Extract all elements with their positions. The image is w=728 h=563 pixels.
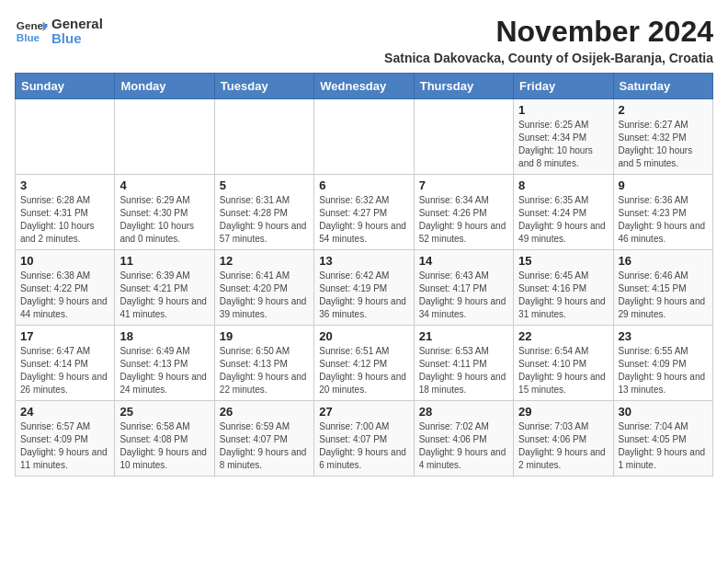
subtitle: Satnica Dakovacka, County of Osijek-Bara…	[384, 51, 713, 65]
column-header-monday: Monday	[115, 74, 214, 99]
main-title: November 2024	[384, 15, 713, 49]
day-info: Sunrise: 6:38 AM Sunset: 4:22 PM Dayligh…	[20, 270, 109, 321]
day-number: 19	[220, 329, 309, 343]
column-header-tuesday: Tuesday	[214, 74, 313, 99]
calendar-week-3: 17Sunrise: 6:47 AM Sunset: 4:14 PM Dayli…	[16, 326, 713, 401]
header-row: SundayMondayTuesdayWednesdayThursdayFrid…	[16, 74, 713, 99]
day-number: 25	[119, 405, 209, 419]
day-number: 22	[518, 329, 608, 343]
day-info: Sunrise: 6:49 AM Sunset: 4:13 PM Dayligh…	[119, 345, 209, 396]
column-header-thursday: Thursday	[414, 74, 513, 99]
column-header-saturday: Saturday	[613, 74, 712, 99]
day-number: 26	[220, 405, 309, 419]
day-info: Sunrise: 6:29 AM Sunset: 4:30 PM Dayligh…	[119, 194, 209, 246]
calendar-cell: 30Sunrise: 7:04 AM Sunset: 4:05 PM Dayli…	[613, 401, 712, 477]
day-number: 6	[319, 178, 408, 192]
calendar-cell: 22Sunrise: 6:54 AM Sunset: 4:10 PM Dayli…	[514, 326, 613, 401]
day-info: Sunrise: 7:00 AM Sunset: 4:07 PM Dayligh…	[319, 420, 408, 472]
day-number: 3	[20, 178, 109, 192]
day-info: Sunrise: 6:50 AM Sunset: 4:13 PM Dayligh…	[220, 345, 309, 396]
day-number: 2	[619, 103, 708, 117]
calendar-cell: 7Sunrise: 6:34 AM Sunset: 4:26 PM Daylig…	[414, 175, 513, 250]
calendar-cell: 5Sunrise: 6:31 AM Sunset: 4:28 PM Daylig…	[214, 175, 313, 250]
title-block: November 2024 Satnica Dakovacka, County …	[384, 15, 713, 65]
calendar-cell: 9Sunrise: 6:36 AM Sunset: 4:23 PM Daylig…	[613, 175, 712, 250]
calendar-cell: 14Sunrise: 6:43 AM Sunset: 4:17 PM Dayli…	[414, 250, 513, 326]
day-info: Sunrise: 6:32 AM Sunset: 4:27 PM Dayligh…	[319, 194, 408, 246]
day-number: 21	[419, 329, 508, 343]
day-number: 5	[220, 178, 309, 192]
calendar-cell: 8Sunrise: 6:35 AM Sunset: 4:24 PM Daylig…	[514, 175, 613, 250]
calendar-cell: 21Sunrise: 6:53 AM Sunset: 4:11 PM Dayli…	[414, 326, 513, 401]
day-number: 17	[20, 329, 109, 343]
calendar-cell	[314, 99, 414, 175]
logo: General Blue General Blue	[15, 15, 103, 48]
day-number: 9	[619, 178, 708, 192]
day-number: 15	[518, 254, 608, 268]
calendar-cell	[214, 99, 313, 175]
calendar-cell: 4Sunrise: 6:29 AM Sunset: 4:30 PM Daylig…	[115, 175, 214, 250]
column-header-wednesday: Wednesday	[314, 74, 414, 99]
calendar-cell: 28Sunrise: 7:02 AM Sunset: 4:06 PM Dayli…	[414, 401, 513, 477]
day-info: Sunrise: 6:41 AM Sunset: 4:20 PM Dayligh…	[220, 270, 309, 321]
day-number: 12	[220, 254, 309, 268]
day-info: Sunrise: 6:57 AM Sunset: 4:09 PM Dayligh…	[20, 420, 109, 472]
day-number: 8	[518, 178, 608, 192]
calendar-cell: 18Sunrise: 6:49 AM Sunset: 4:13 PM Dayli…	[115, 326, 214, 401]
calendar-body: 1Sunrise: 6:25 AM Sunset: 4:34 PM Daylig…	[16, 99, 713, 477]
day-info: Sunrise: 6:27 AM Sunset: 4:32 PM Dayligh…	[619, 119, 708, 170]
calendar-header: SundayMondayTuesdayWednesdayThursdayFrid…	[16, 74, 713, 99]
calendar-cell: 11Sunrise: 6:39 AM Sunset: 4:21 PM Dayli…	[115, 250, 214, 326]
day-info: Sunrise: 6:43 AM Sunset: 4:17 PM Dayligh…	[419, 270, 508, 321]
day-info: Sunrise: 6:35 AM Sunset: 4:24 PM Dayligh…	[518, 194, 608, 246]
calendar-cell: 15Sunrise: 6:45 AM Sunset: 4:16 PM Dayli…	[514, 250, 613, 326]
calendar-cell: 16Sunrise: 6:46 AM Sunset: 4:15 PM Dayli…	[613, 250, 712, 326]
calendar-week-4: 24Sunrise: 6:57 AM Sunset: 4:09 PM Dayli…	[16, 401, 713, 477]
calendar-cell: 1Sunrise: 6:25 AM Sunset: 4:34 PM Daylig…	[514, 99, 613, 175]
calendar-week-1: 3Sunrise: 6:28 AM Sunset: 4:31 PM Daylig…	[16, 175, 713, 250]
calendar-week-2: 10Sunrise: 6:38 AM Sunset: 4:22 PM Dayli…	[16, 250, 713, 326]
logo-icon: General Blue	[15, 15, 48, 48]
calendar-cell: 20Sunrise: 6:51 AM Sunset: 4:12 PM Dayli…	[314, 326, 414, 401]
calendar-cell: 6Sunrise: 6:32 AM Sunset: 4:27 PM Daylig…	[314, 175, 414, 250]
column-header-friday: Friday	[514, 74, 613, 99]
calendar-cell: 10Sunrise: 6:38 AM Sunset: 4:22 PM Dayli…	[16, 250, 115, 326]
calendar-cell: 25Sunrise: 6:58 AM Sunset: 4:08 PM Dayli…	[115, 401, 214, 477]
day-number: 1	[518, 103, 608, 117]
calendar-table: SundayMondayTuesdayWednesdayThursdayFrid…	[15, 73, 713, 477]
day-number: 23	[619, 329, 708, 343]
day-info: Sunrise: 6:59 AM Sunset: 4:07 PM Dayligh…	[220, 420, 309, 472]
page-header: General Blue General Blue November 2024 …	[15, 15, 713, 65]
day-number: 27	[319, 405, 408, 419]
day-number: 10	[20, 254, 109, 268]
day-number: 24	[20, 405, 109, 419]
day-info: Sunrise: 6:34 AM Sunset: 4:26 PM Dayligh…	[419, 194, 508, 246]
calendar-cell	[414, 99, 513, 175]
day-number: 14	[419, 254, 508, 268]
calendar-cell: 12Sunrise: 6:41 AM Sunset: 4:20 PM Dayli…	[214, 250, 313, 326]
day-info: Sunrise: 6:51 AM Sunset: 4:12 PM Dayligh…	[319, 345, 408, 396]
column-header-sunday: Sunday	[16, 74, 115, 99]
svg-text:Blue: Blue	[17, 31, 40, 43]
day-number: 30	[619, 405, 708, 419]
day-info: Sunrise: 6:28 AM Sunset: 4:31 PM Dayligh…	[20, 194, 109, 246]
day-info: Sunrise: 6:36 AM Sunset: 4:23 PM Dayligh…	[619, 194, 708, 246]
calendar-cell	[115, 99, 214, 175]
day-info: Sunrise: 6:47 AM Sunset: 4:14 PM Dayligh…	[20, 345, 109, 396]
day-info: Sunrise: 6:55 AM Sunset: 4:09 PM Dayligh…	[619, 345, 708, 396]
day-number: 13	[319, 254, 408, 268]
calendar-cell: 13Sunrise: 6:42 AM Sunset: 4:19 PM Dayli…	[314, 250, 414, 326]
calendar-cell: 23Sunrise: 6:55 AM Sunset: 4:09 PM Dayli…	[613, 326, 712, 401]
day-info: Sunrise: 7:03 AM Sunset: 4:06 PM Dayligh…	[518, 420, 608, 472]
day-info: Sunrise: 6:54 AM Sunset: 4:10 PM Dayligh…	[518, 345, 608, 396]
logo-blue-text: Blue	[51, 31, 103, 47]
day-info: Sunrise: 6:39 AM Sunset: 4:21 PM Dayligh…	[119, 270, 209, 321]
day-info: Sunrise: 7:02 AM Sunset: 4:06 PM Dayligh…	[419, 420, 508, 472]
calendar-cell: 3Sunrise: 6:28 AM Sunset: 4:31 PM Daylig…	[16, 175, 115, 250]
calendar-cell: 24Sunrise: 6:57 AM Sunset: 4:09 PM Dayli…	[16, 401, 115, 477]
day-number: 20	[319, 329, 408, 343]
day-number: 11	[119, 254, 209, 268]
calendar-cell: 2Sunrise: 6:27 AM Sunset: 4:32 PM Daylig…	[613, 99, 712, 175]
day-info: Sunrise: 6:58 AM Sunset: 4:08 PM Dayligh…	[119, 420, 209, 472]
day-info: Sunrise: 7:04 AM Sunset: 4:05 PM Dayligh…	[619, 420, 708, 472]
